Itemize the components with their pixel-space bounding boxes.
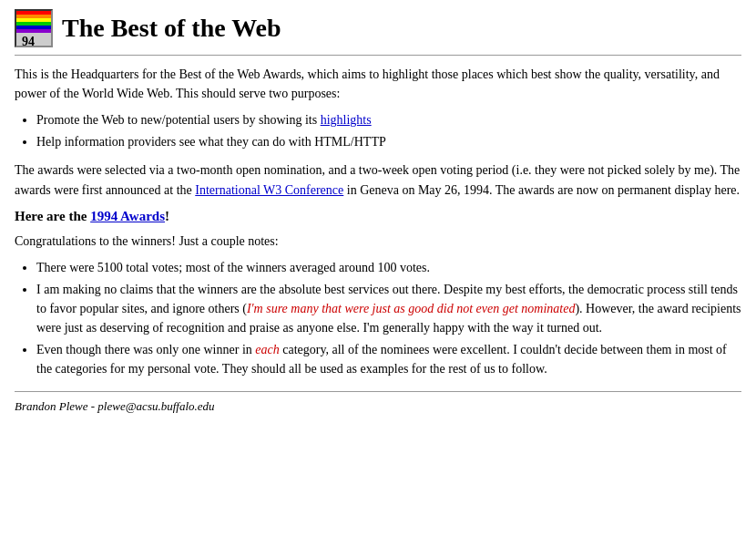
list-item: Even though there was only one winner in… [36, 340, 741, 378]
list-item: Promote the Web to new/potential users b… [36, 110, 741, 129]
highlights-link[interactable]: highlights [321, 113, 372, 127]
list-item: Help information providers see what they… [36, 132, 741, 151]
list-item: There were 5100 total votes; most of the… [36, 258, 741, 277]
italic-each: each [255, 343, 279, 356]
w3-conference-link[interactable]: International W3 Conference [195, 183, 343, 197]
1994-awards-link[interactable]: 1994 Awards [90, 209, 165, 223]
congrats-text: Congratulations to the winners! Just a c… [15, 232, 741, 251]
page-header: The Best of the Web [15, 9, 741, 56]
intro-bullets: Promote the Web to new/potential users b… [36, 110, 741, 151]
nomination-paragraph: The awards were selected via a two-month… [15, 160, 741, 201]
awards-heading: Here are the 1994 Awards! [15, 209, 741, 224]
notes-list: There were 5100 total votes; most of the… [36, 258, 741, 378]
footer-text: Brandon Plewe - plewe@acsu.buffalo.edu [15, 399, 215, 413]
logo-icon [15, 9, 53, 47]
intro-paragraph: This is the Headquarters for the Best of… [15, 65, 741, 103]
footer: Brandon Plewe - plewe@acsu.buffalo.edu [15, 391, 741, 414]
page-title: The Best of the Web [62, 14, 281, 43]
list-item: I am making no claims that the winners a… [36, 280, 741, 337]
italic-note: I'm sure many that were just as good did… [247, 302, 575, 315]
